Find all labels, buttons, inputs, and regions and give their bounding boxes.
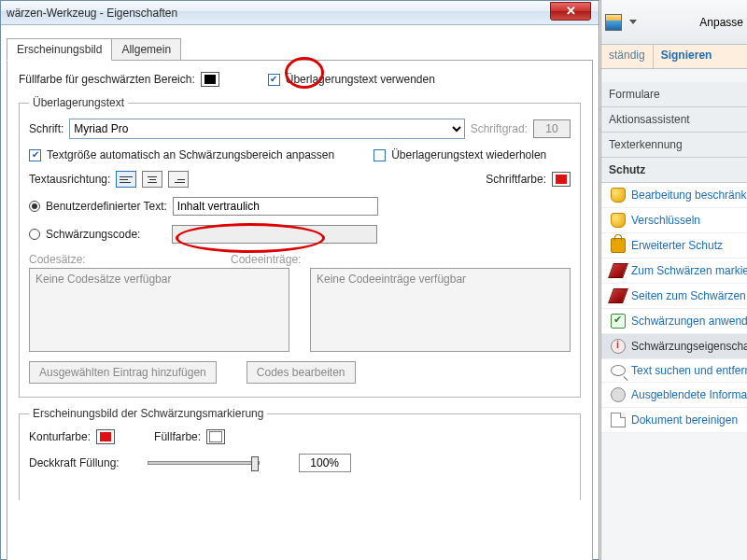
fill2-label: Füllfarbe: (154, 430, 201, 443)
mark-appearance-fieldset: Erscheinungsbild der Schwärzungsmarkieru… (19, 407, 581, 500)
item-label: Ausgeblendete Information (631, 388, 747, 401)
custom-text-input[interactable] (173, 197, 378, 216)
redaction-code-input (172, 225, 377, 244)
item-mark-for-redaction[interactable]: Zum Schwärzen markieren (601, 259, 747, 284)
redaction-code-radio[interactable] (29, 229, 40, 240)
item-label: Verschlüsseln (631, 214, 700, 227)
tab-appearance[interactable]: Erscheinungsbild (7, 38, 112, 61)
item-label: Erweiterter Schutz (631, 239, 723, 252)
eye-icon (611, 387, 626, 402)
opacity-slider[interactable] (148, 461, 260, 465)
item-encrypt[interactable]: Verschlüsseln (601, 208, 747, 233)
item-restrict-editing[interactable]: Bearbeitung beschränken (601, 183, 747, 208)
codeentries-listbox[interactable]: Keine Codeeinträge verfügbar (310, 268, 571, 352)
customize-label[interactable]: Anpasse (699, 16, 743, 29)
opacity-label: Deckkraft Füllung: (29, 456, 120, 469)
opacity-input[interactable] (299, 454, 351, 472)
tab-sign[interactable]: Signieren (654, 45, 720, 68)
fill-color-swatch[interactable] (201, 72, 219, 87)
custom-text-radio[interactable] (29, 201, 40, 212)
item-label: Seiten zum Schwärzen mark (631, 289, 747, 302)
item-label: Zum Schwärzen markieren (631, 264, 747, 277)
item-sanitize[interactable]: Dokument bereinigen (601, 408, 747, 433)
align-label: Textausrichtung: (29, 173, 110, 186)
panel-tabs: ständig Signieren (601, 45, 747, 69)
repeat-checkbox[interactable] (374, 149, 386, 161)
mark-appearance-legend: Erscheinungsbild der Schwärzungsmarkieru… (29, 407, 267, 420)
autosize-checkbox[interactable] (29, 149, 41, 161)
search-icon (611, 365, 626, 376)
align-right-button[interactable] (168, 171, 189, 188)
item-redaction-properties[interactable]: Schwärzungseigenschaften (601, 334, 747, 359)
tabstrip: Erscheinungsbild Allgemein (7, 38, 599, 61)
check-icon (611, 314, 626, 329)
tab-fullscreen[interactable]: ständig (601, 45, 653, 68)
font-label: Schrift: (29, 122, 63, 135)
codeentries-empty: Keine Codeeinträge verfügbar (317, 273, 466, 286)
fontcolor-swatch[interactable] (552, 172, 571, 187)
item-label: Schwärzungen anwenden (631, 315, 747, 328)
codesets-listbox[interactable]: Keine Codesätze verfügbar (29, 268, 289, 352)
fill2-swatch[interactable] (206, 429, 225, 444)
item-search-remove[interactable]: Text suchen und entfernen (601, 359, 747, 383)
fontsize-label: Schriftgrad: (471, 122, 528, 135)
info-icon (611, 339, 626, 354)
use-overlay-label: Überlagerungstext verwenden (286, 73, 435, 86)
slider-thumb-icon[interactable] (251, 456, 259, 471)
overlay-legend: Überlagerungstext (29, 96, 128, 109)
tab-general[interactable]: Allgemein (111, 38, 181, 61)
shield-icon (611, 188, 626, 203)
codesets-empty: Keine Codesätze verfügbar (35, 273, 171, 286)
font-select[interactable]: Myriad Pro (69, 119, 464, 139)
overlay-fieldset: Überlagerungstext Schrift: Myriad Pro Sc… (19, 96, 581, 398)
titlebar[interactable]: wärzen-Werkzeug - Eigenschaften ✕ (1, 1, 599, 25)
item-label: Bearbeitung beschränken (631, 189, 747, 202)
fontcolor-label: Schriftfarbe: (486, 173, 546, 186)
item-label: Dokument bereinigen (631, 413, 738, 427)
item-label: Text suchen und entfernen (631, 364, 747, 377)
toolbar-top: Anpasse (601, 0, 747, 45)
edit-codes-button[interactable]: Codes bearbeiten (247, 361, 356, 384)
section-ocr[interactable]: Texterkennung (601, 133, 747, 158)
codesets-label: Codesätze: (29, 253, 225, 266)
dropdown-icon[interactable] (629, 20, 637, 24)
autosize-label: Textgröße automatisch an Schwärzungsbere… (47, 148, 334, 161)
app-icon[interactable] (605, 14, 622, 31)
repeat-label: Überlagerungstext wiederholen (391, 148, 546, 161)
item-apply-redactions[interactable]: Schwärzungen anwenden (601, 309, 747, 334)
custom-text-label: Benutzerdefinierter Text: (46, 200, 167, 213)
fill-color-label: Füllfarbe für geschwärzten Bereich: (19, 73, 195, 86)
fontsize-input (533, 119, 571, 138)
item-hidden-info[interactable]: Ausgeblendete Information (601, 383, 747, 408)
item-mark-pages[interactable]: Seiten zum Schwärzen mark (601, 284, 747, 309)
item-extended-protection[interactable]: Erweiterter Schutz (601, 233, 747, 259)
section-forms[interactable]: Formulare (601, 82, 747, 107)
align-left-button[interactable] (116, 171, 136, 188)
window-title: wärzen-Werkzeug - Eigenschaften (7, 7, 177, 20)
align-center-button[interactable] (142, 171, 162, 188)
pen-icon (608, 288, 628, 303)
lock-icon (611, 238, 626, 253)
protect-items: Bearbeitung beschränken Verschlüsseln Er… (601, 183, 747, 433)
codeentries-label: Codeeinträge: (231, 253, 301, 266)
section-actions[interactable]: Aktionsassistent (601, 107, 747, 133)
item-label: Schwärzungseigenschaften (631, 340, 747, 353)
pen-icon (608, 263, 628, 278)
shield-icon (611, 213, 626, 228)
close-button[interactable]: ✕ (550, 2, 591, 21)
use-overlay-checkbox[interactable] (268, 74, 280, 86)
section-protect[interactable]: Schutz (601, 158, 747, 183)
outline-color-label: Konturfarbe: (29, 430, 91, 443)
add-entry-button[interactable]: Ausgewählten Eintrag hinzufügen (29, 361, 217, 384)
outline-color-swatch[interactable] (96, 429, 115, 444)
redaction-code-label: Schwärzungscode: (46, 228, 140, 241)
document-icon (611, 413, 626, 427)
tools-panel: Anpasse ständig Signieren Formulare Akti… (600, 0, 747, 560)
redaction-properties-dialog: wärzen-Werkzeug - Eigenschaften ✕ Ersche… (0, 0, 599, 560)
tab-pane-appearance: Füllfarbe für geschwärzten Bereich: Über… (7, 60, 593, 560)
